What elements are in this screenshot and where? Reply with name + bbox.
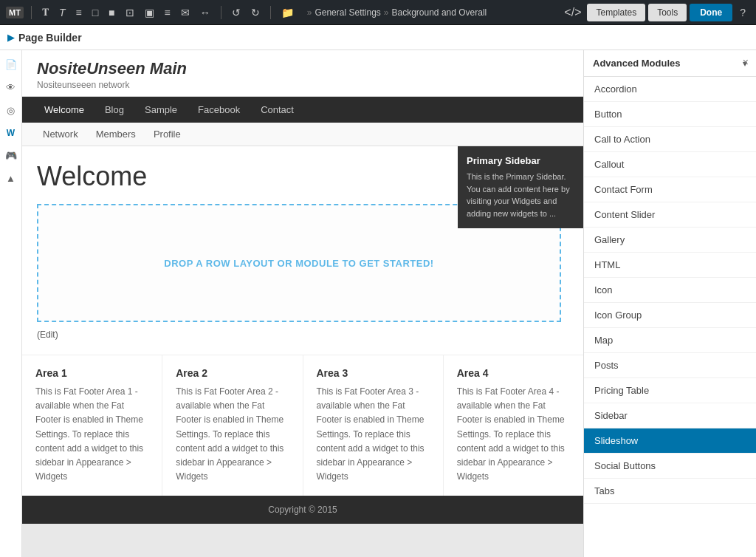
footer-copyright: Copyright © 2015 xyxy=(268,505,337,515)
drop-zone-label: DROP A ROW LAYOUT OR MODULE TO GET START… xyxy=(164,258,433,269)
undo-icon[interactable]: ↺ xyxy=(229,4,244,21)
module-item-icon[interactable]: Icon xyxy=(584,278,756,303)
expand-icon[interactable]: ↔ xyxy=(197,4,213,21)
module-item-social-buttons[interactable]: Social Buttons xyxy=(584,454,756,479)
panel-header-title: Advanced Modules xyxy=(593,58,680,69)
toolbar-right: </> Templates Tools Done ? xyxy=(561,3,750,22)
toolbar-separator-2 xyxy=(221,6,221,19)
sidebar-tooltip-text: This is the Primary Sidebar. You can add… xyxy=(467,171,574,219)
columns-icon[interactable]: ▣ xyxy=(142,4,157,21)
secondary-nav-profile[interactable]: Profile xyxy=(145,123,190,146)
main-content: Primary Sidebar This is the Primary Side… xyxy=(22,146,583,355)
nav-item-blog[interactable]: Blog xyxy=(94,97,134,123)
footer-area-4-text: This is Fat Footer Area 4 - available wh… xyxy=(457,385,570,484)
module-item-contact-form[interactable]: Contact Form xyxy=(584,177,756,202)
nav-item-contact[interactable]: Contact xyxy=(250,97,304,123)
breadcrumb: » General Settings » Background and Over… xyxy=(307,7,487,18)
primary-nav: Welcome Blog Sample Facebook Contact xyxy=(22,97,583,123)
module-item-pricing-table[interactable]: Pricing Table xyxy=(584,378,756,403)
breadcrumb-background[interactable]: Background and Overall xyxy=(392,7,487,18)
module-item-content-slider[interactable]: Content Slider xyxy=(584,202,756,228)
pb-title-bar: ▶ Page Builder xyxy=(7,32,82,44)
footer-area-1-title: Area 1 xyxy=(35,367,148,379)
nav-item-welcome[interactable]: Welcome xyxy=(34,97,94,123)
bold-icon[interactable]: 𝐓 xyxy=(39,3,52,21)
module-list: AccordionButtonCall to ActionCalloutCont… xyxy=(584,77,756,504)
mt-logo: MT xyxy=(6,7,24,18)
toolbar-separator-3 xyxy=(270,6,271,19)
breadcrumb-general-settings[interactable]: General Settings xyxy=(315,7,380,18)
help-button[interactable]: ? xyxy=(735,4,750,21)
tools-button[interactable]: Tools xyxy=(648,4,687,21)
footer-areas: Area 1 This is Fat Footer Area 1 - avail… xyxy=(22,355,583,496)
top-toolbar: MT 𝐓 T ≡ □ ■ ⊡ ▣ ≡ ✉ ↔ ↺ ↻ 📁 » General S… xyxy=(0,0,756,25)
image-icon[interactable]: □ xyxy=(89,4,101,21)
module-item-icon-group[interactable]: Icon Group xyxy=(584,303,756,328)
secondary-nav: Network Members Profile xyxy=(22,123,583,146)
module-item-html[interactable]: HTML xyxy=(584,253,756,278)
avatar-icon[interactable]: 🎮 xyxy=(2,147,20,164)
footer-area-4-title: Area 4 xyxy=(457,367,570,379)
site-footer: Copyright © 2015 xyxy=(22,496,583,524)
panel-close-button[interactable]: × xyxy=(743,56,749,68)
done-button[interactable]: Done xyxy=(690,4,732,21)
footer-area-3-title: Area 3 xyxy=(317,367,430,379)
nav-item-sample[interactable]: Sample xyxy=(134,97,188,123)
canvas-area: NositeUnseen Main Nositeunseeen network … xyxy=(22,50,583,557)
folder-icon[interactable]: 📁 xyxy=(278,4,297,21)
pages-icon[interactable]: 📄 xyxy=(2,56,20,73)
sidebar-tooltip-title: Primary Sidebar xyxy=(467,155,574,166)
redo-icon[interactable]: ↻ xyxy=(248,4,263,21)
layout-icon[interactable]: ⊡ xyxy=(123,4,137,21)
circle-icon[interactable]: ◎ xyxy=(4,102,18,119)
nav-item-facebook[interactable]: Facebook xyxy=(188,97,250,123)
toolbar-separator xyxy=(31,6,32,19)
primary-sidebar-tooltip: Primary Sidebar This is the Primary Side… xyxy=(458,146,583,228)
divider-icon[interactable]: ≡ xyxy=(162,4,173,21)
wp-icon[interactable]: W xyxy=(4,125,18,141)
code-icon[interactable]: </> xyxy=(561,3,584,22)
left-sidebar: 📄 👁 ◎ W 🎮 ▲ xyxy=(0,50,22,557)
eye-icon[interactable]: 👁 xyxy=(3,79,18,96)
secondary-nav-members[interactable]: Members xyxy=(87,123,145,146)
module-item-posts[interactable]: Posts xyxy=(584,353,756,378)
panel-header[interactable]: Advanced Modules ▾ xyxy=(584,50,756,77)
module-item-tabs[interactable]: Tabs xyxy=(584,479,756,504)
italic-icon[interactable]: T xyxy=(56,4,69,21)
footer-area-4: Area 4 This is Fat Footer Area 4 - avail… xyxy=(444,355,583,496)
list-icon[interactable]: ≡ xyxy=(72,4,84,21)
site-header: NositeUnseen Main Nositeunseeen network xyxy=(22,50,583,97)
module-item-call-to-action[interactable]: Call to Action xyxy=(584,127,756,152)
module-item-callout[interactable]: Callout xyxy=(584,152,756,177)
edit-link[interactable]: (Edit) xyxy=(37,329,568,340)
module-item-sidebar[interactable]: Sidebar xyxy=(584,403,756,428)
footer-area-2: Area 2 This is Fat Footer Area 2 - avail… xyxy=(162,355,303,496)
footer-area-2-title: Area 2 xyxy=(176,367,289,379)
footer-area-2-text: This is Fat Footer Area 2 - available wh… xyxy=(176,385,289,484)
pb-header: ▶ Page Builder xyxy=(0,25,756,50)
arrow-up-icon[interactable]: ▲ xyxy=(3,170,18,187)
secondary-nav-network[interactable]: Network xyxy=(34,123,87,146)
footer-area-3-text: This is Fat Footer Area 3 - available wh… xyxy=(317,385,430,484)
site-title: NositeUnseen Main xyxy=(37,59,568,78)
site-tagline: Nositeunseeen network xyxy=(37,80,568,90)
pb-arrow-icon: ▶ xyxy=(7,33,14,43)
footer-area-3: Area 3 This is Fat Footer Area 3 - avail… xyxy=(303,355,444,496)
right-panel: Advanced Modules ▾ × AccordionButtonCall… xyxy=(583,50,756,557)
module-item-button[interactable]: Button xyxy=(584,102,756,127)
footer-area-1: Area 1 This is Fat Footer Area 1 - avail… xyxy=(22,355,162,496)
page-builder-title: Page Builder xyxy=(18,32,82,44)
module-item-accordion[interactable]: Accordion xyxy=(584,77,756,102)
footer-area-1-text: This is Fat Footer Area 1 - available wh… xyxy=(35,385,148,484)
block-icon[interactable]: ■ xyxy=(106,4,117,21)
module-item-gallery[interactable]: Gallery xyxy=(584,228,756,253)
module-item-slideshow[interactable]: Slideshow xyxy=(584,428,756,454)
templates-button[interactable]: Templates xyxy=(587,4,645,21)
mail-icon[interactable]: ✉ xyxy=(178,4,193,21)
module-item-map[interactable]: Map xyxy=(584,328,756,353)
